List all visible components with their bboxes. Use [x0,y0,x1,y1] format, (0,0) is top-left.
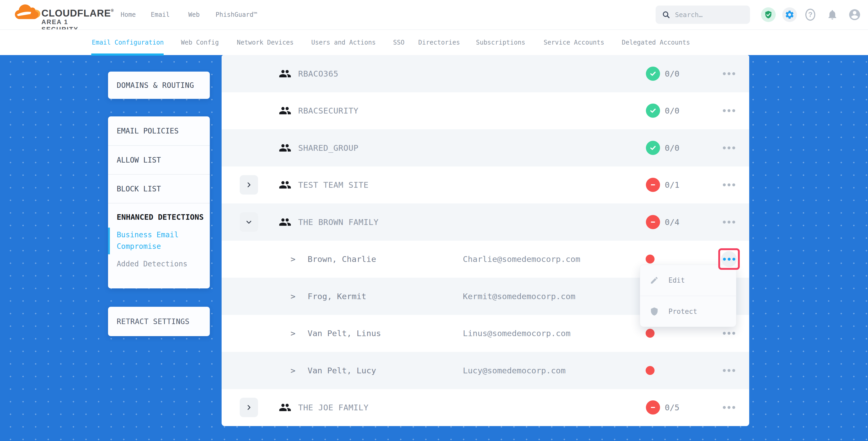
avatar-icon [848,8,861,21]
table-row-group: TEST TEAM SITE 0/1 [222,166,749,204]
context-menu-item-protect[interactable]: Protect [640,296,736,327]
sidebar-item-domains-routing[interactable]: DOMAINS & ROUTING [108,71,210,99]
cloudflare-cloud-icon [14,3,41,20]
sidebar-item-allow-list[interactable]: ALLOW LIST [108,146,210,175]
group-name: SHARED_GROUP [298,143,359,153]
minus-icon [649,218,657,226]
status-badge [646,103,660,118]
tab-web-config[interactable]: Web Config [181,30,219,55]
search-icon [662,10,670,19]
status-dot [646,366,655,375]
tab-delegated-accounts[interactable]: Delegated Accounts [622,30,690,55]
tab-sso[interactable]: SSO [393,30,404,55]
gear-icon [785,10,795,20]
tab-directories[interactable]: Directories [418,30,460,55]
row-menu-button[interactable] [723,109,735,112]
sidebar-item-retract-settings[interactable]: RETRACT SETTINGS [108,307,210,336]
group-icon [279,141,291,154]
tab-subscriptions[interactable]: Subscriptions [476,30,525,55]
bell-icon [827,9,838,21]
sidebar-item-added-detections[interactable]: Added Detections [108,259,210,268]
member-name: Frog, Kermit [308,291,366,301]
settings-button[interactable] [782,7,797,22]
status-badge [646,141,660,155]
top-nav-home[interactable]: Home [121,0,136,29]
row-menu-button[interactable] [723,184,735,186]
help-button[interactable]: ? [803,7,818,22]
member-email: Lucy@somedemocorp.com [463,366,566,375]
sidebar-card-retract-settings[interactable]: RETRACT SETTINGS [108,307,210,336]
expand-row-button[interactable] [240,398,258,417]
tab-network-devices[interactable]: Network Devices [237,30,294,55]
protection-count: 0/1 [665,180,679,190]
app-header: CLOUDFLARE® AREA 1 SECURITY HomeEmailWeb… [0,0,868,29]
shield-icon [650,307,659,316]
member-name: Brown, Charlie [308,254,376,264]
member-email: Kermit@somedemocorp.com [463,291,575,301]
table-row-group: THE JOE FAMILY 0/5 [222,389,749,426]
member-email: Charlie@somedemocorp.com [463,254,580,264]
active-tab-underline [91,54,164,56]
member-name: Van Pelt, Linus [308,328,381,338]
sidebar-item-email-policies[interactable]: EMAIL POLICIES [108,117,210,146]
group-name: THE JOE FAMILY [298,403,368,412]
search-input[interactable] [675,5,746,24]
group-icon [279,179,291,191]
row-menu-button[interactable] [723,332,735,335]
status-badge [646,215,660,229]
member-chevron[interactable]: > [290,328,296,338]
logo-wordmark: CLOUDFLARE® [41,8,114,19]
minus-icon [649,181,657,189]
group-name: RBACSECURITY [298,106,359,115]
active-item-bar [108,228,110,254]
cloudflare-logo[interactable]: CLOUDFLARE® AREA 1 SECURITY [14,2,103,27]
group-name: THE BROWN FAMILY [298,217,379,227]
shield-check-icon [764,10,773,19]
top-nav-email[interactable]: Email [151,0,170,29]
groups-table: RBACO365 0/0 RBACSECURITY 0/0 SHARED_GRO… [222,55,749,426]
member-chevron[interactable]: > [290,254,296,264]
minus-icon [649,404,657,411]
config-tabs-bar: Email ConfigurationWeb ConfigNetwork Dev… [0,29,868,55]
tab-users-and-actions[interactable]: Users and Actions [311,30,376,55]
row-menu-button[interactable] [723,220,735,223]
sidebar-item-enhanced-detections[interactable]: ENHANCED DETECTIONS [108,203,210,223]
status-badge [646,67,660,81]
group-icon [279,67,291,80]
check-icon [649,70,657,77]
member-email: Linus@somedemocorp.com [463,328,570,338]
check-icon [649,144,657,152]
row-menu-button[interactable] [718,248,740,270]
sidebar-item-business-email-compromise[interactable]: Business Email Compromise [108,229,210,252]
row-menu-button[interactable] [723,406,735,409]
protection-count: 0/4 [665,217,679,227]
check-icon [649,107,657,115]
sidebar-card-domains-routing[interactable]: DOMAINS & ROUTING [108,71,210,99]
tab-email-configuration[interactable]: Email Configuration [92,30,164,55]
sidebar-card-policies: EMAIL POLICIES ALLOW LIST BLOCK LIST ENH… [108,117,210,288]
status-dot [646,329,655,338]
expand-row-button[interactable] [240,212,258,232]
expand-row-button[interactable] [240,175,258,194]
top-nav-web[interactable]: Web [188,0,199,29]
search-box[interactable] [656,5,750,24]
row-menu-button[interactable] [723,369,735,372]
table-row-group: SHARED_GROUP 0/0 [222,129,749,166]
member-chevron[interactable]: > [290,366,296,375]
row-menu-button[interactable] [723,146,735,149]
tab-service-accounts[interactable]: Service Accounts [544,30,604,55]
protection-count: 0/0 [665,143,679,153]
member-chevron[interactable]: > [290,291,296,301]
help-icon: ? [805,9,815,21]
row-menu-button[interactable] [723,72,735,75]
table-row-group: RBACO365 0/0 [222,55,749,92]
member-name: Van Pelt, Lucy [308,366,376,375]
sidebar-item-block-list[interactable]: BLOCK LIST [108,175,210,203]
row-context-menu: Edit Protect [640,264,736,327]
security-status-button[interactable] [761,7,776,22]
top-nav-phishguard[interactable]: PhishGuard™ [216,0,257,29]
protection-count: 0/5 [665,403,679,412]
account-button[interactable] [847,7,862,22]
group-icon [279,216,291,228]
notifications-button[interactable] [825,7,840,22]
